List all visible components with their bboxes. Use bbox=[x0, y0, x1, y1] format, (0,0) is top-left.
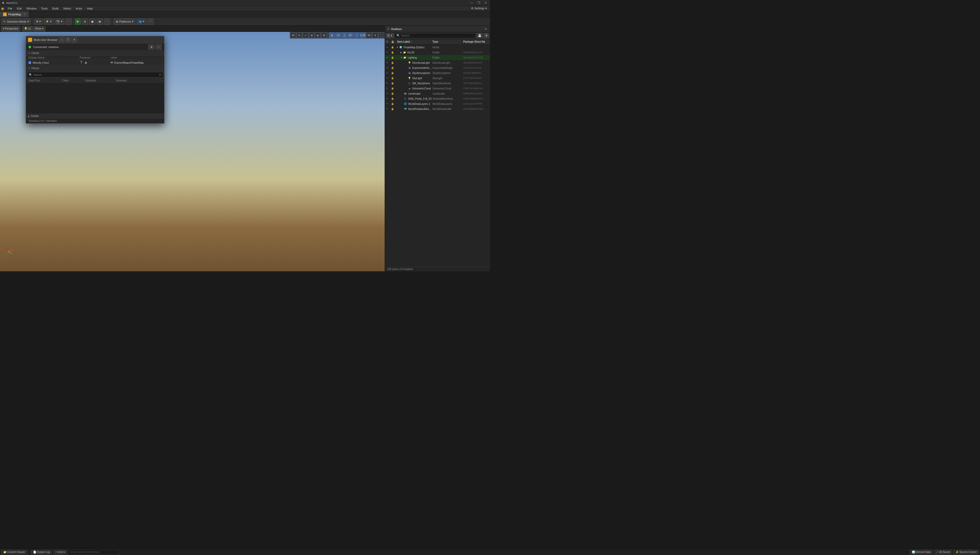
perspective-btn[interactable]: ▾ Perspective bbox=[1, 26, 20, 31]
outliner-search[interactable]: 🔍 bbox=[395, 33, 476, 38]
history-section-header[interactable]: ▼ History bbox=[26, 66, 164, 71]
lock-toggle[interactable]: 🔒 bbox=[391, 77, 396, 79]
col-type-header[interactable]: Type bbox=[433, 40, 463, 43]
outliner-settings-btn[interactable]: ⚙ bbox=[484, 33, 489, 38]
multi-icon-btn[interactable]: ⊞ bbox=[309, 32, 314, 38]
angle-value-btn[interactable]: 10° bbox=[348, 32, 353, 38]
history-search-input[interactable] bbox=[34, 74, 158, 76]
lock-toggle[interactable]: 🔒 bbox=[391, 61, 396, 64]
outliner-filter-btn[interactable]: ☰ ▾ bbox=[386, 33, 394, 38]
visibility-toggle[interactable]: 👁 bbox=[386, 56, 391, 59]
menu-file[interactable]: File bbox=[6, 6, 14, 11]
close-btn[interactable]: ✕ bbox=[483, 1, 488, 5]
show-btn[interactable]: Show ▾ bbox=[33, 26, 45, 31]
lock-toggle[interactable]: 🔒 bbox=[391, 67, 396, 69]
scale-value-btn[interactable]: 0.25 bbox=[360, 32, 366, 38]
outliner-close-btn[interactable]: ✕ bbox=[483, 27, 488, 31]
tree-item-landscape[interactable]: 👁 🔒 🏔 Landscape Landscape OZ8DHR1GSOO5 bbox=[385, 91, 490, 96]
visibility-toggle[interactable]: 👁 bbox=[386, 92, 391, 95]
clients-section-header[interactable]: ▼ Clients bbox=[26, 51, 164, 56]
selection-mode-btn[interactable]: ↖ Selection Mode ▾ bbox=[2, 19, 31, 25]
client-row-wendy[interactable]: Wendy (You) 📍 🖥 🗺 /Game/Maps/PirateMap bbox=[26, 60, 164, 66]
camera-speed-value-btn[interactable]: 4 bbox=[372, 32, 378, 38]
menu-help[interactable]: Help bbox=[85, 6, 95, 11]
viewport[interactable]: ▾ Perspective 💡 Lit Show ▾ W ⟳ ⤢ ⊞ ◈ ⚙ ⊞ bbox=[0, 26, 385, 271]
visibility-toggle[interactable]: 👁 bbox=[386, 97, 391, 100]
surface-icon-btn[interactable]: ◈ bbox=[315, 32, 321, 38]
pause-session-btn[interactable]: ⏸ bbox=[148, 45, 154, 50]
details-header[interactable]: ▶ Details bbox=[26, 114, 164, 118]
tree-item-directionallight[interactable]: 👁 🔒 💡 DirectionalLight DirectionalLight … bbox=[385, 60, 490, 65]
lock-toggle[interactable]: 🔒 bbox=[391, 72, 396, 74]
tree-item-worlddatalayers-1[interactable]: 👁 🔒 🌐 WorldDataLayers-1 WorldDataLayers … bbox=[385, 101, 490, 106]
tree-item-worldpartitionminimap[interactable]: 👁 🔒 🗺 WorldPartitionMiniMap WorldPartiti… bbox=[385, 106, 490, 112]
lock-toggle[interactable]: 🔒 bbox=[391, 46, 396, 48]
dialog-minimize-btn[interactable]: — bbox=[59, 37, 64, 42]
debug-btn[interactable]: ⋯ bbox=[104, 19, 110, 25]
tree-item-skyatmosphere[interactable]: 👁 🔒 🌤 SkyAtmosphere SkyAtmosphere SJU067… bbox=[385, 71, 490, 75]
outliner-save-btn[interactable]: 💾 bbox=[476, 33, 483, 38]
tree-item-skm_pirate_full_02[interactable]: 👁 🔒 ⬡ SKM_Pirate_Full_02 SkeletalMeshAct… bbox=[385, 96, 490, 101]
stop-btn[interactable]: ⏹ bbox=[89, 19, 96, 25]
play-btn[interactable]: ▶ bbox=[75, 19, 81, 25]
visibility-toggle[interactable]: 👁 bbox=[386, 72, 391, 74]
menu-build[interactable]: Build bbox=[50, 6, 61, 11]
maximize-btn[interactable]: ⛶ bbox=[379, 32, 384, 38]
multi-user-dialog[interactable]: Multi-User Browser — ❐ ✕ Connected: meet… bbox=[26, 36, 164, 124]
dialog-maximize-btn[interactable]: ❐ bbox=[66, 37, 71, 42]
lock-toggle[interactable]: 🔒 bbox=[391, 56, 396, 59]
disconnect-btn[interactable]: → bbox=[156, 45, 162, 50]
angle-snap-btn[interactable]: ∠ bbox=[342, 32, 347, 38]
history-settings-icon[interactable]: ⚙ bbox=[159, 73, 161, 77]
tree-item-sm_skysphere[interactable]: 👁 🔒 ⬡ SM_SkySphere StaticMeshActor 3XY47… bbox=[385, 81, 490, 86]
menu-tools[interactable]: Tools bbox=[39, 6, 50, 11]
lit-btn[interactable]: 💡 Lit bbox=[22, 26, 33, 31]
tree-expand-arrow[interactable]: ▶ bbox=[400, 51, 402, 54]
history-search-box[interactable]: 🔍 ⚙ bbox=[27, 72, 163, 78]
tree-item-volumetriccloud[interactable]: 👁 🔒 ☁ VolumetricCloud VolumetricCloud PO… bbox=[385, 86, 490, 91]
tree-item-exponentialheightfog[interactable]: 👁 🔒 🌤 ExponentialHeightFog ExponentialHe… bbox=[385, 65, 490, 71]
visibility-toggle[interactable]: 👁 bbox=[386, 87, 391, 90]
rotate-icon-btn[interactable]: ⟳ bbox=[297, 32, 302, 38]
connected-actions[interactable]: ⏸ → bbox=[148, 45, 162, 50]
scale-icon-btn[interactable]: ⤢ bbox=[303, 32, 308, 38]
scale-snap-btn[interactable]: ⤢ bbox=[354, 32, 359, 38]
dialog-close-btn[interactable]: ✕ bbox=[72, 37, 77, 42]
platforms-btn[interactable]: 🖥 Platforms ▾ bbox=[114, 19, 135, 25]
tab-piratemap[interactable]: PirateMap ✕ bbox=[0, 11, 29, 17]
menu-edit[interactable]: Edit bbox=[15, 6, 24, 11]
pause-btn[interactable]: ⏸ bbox=[82, 19, 88, 25]
eject-btn[interactable]: ⏏ bbox=[96, 19, 103, 25]
lock-toggle[interactable]: 🔒 bbox=[391, 51, 396, 54]
visibility-toggle[interactable]: 👁 bbox=[386, 61, 391, 64]
visibility-toggle[interactable]: 👁 bbox=[386, 51, 391, 54]
lock-toggle[interactable]: 🔒 bbox=[391, 107, 396, 110]
camera-btn[interactable]: 📷 ▾ bbox=[55, 19, 64, 25]
lock-toggle[interactable]: 🔒 bbox=[391, 87, 396, 90]
visibility-toggle[interactable]: 👁 bbox=[386, 77, 391, 79]
menu-select[interactable]: Select bbox=[61, 6, 73, 11]
grid-value-btn[interactable]: 10 bbox=[335, 32, 341, 38]
visibility-toggle[interactable]: 👁 bbox=[386, 103, 391, 105]
outliner-search-input[interactable] bbox=[401, 34, 474, 37]
tab-close-icon[interactable]: ✕ bbox=[24, 13, 26, 16]
translate-icon-btn[interactable]: W bbox=[290, 32, 296, 38]
tree-expand-arrow[interactable]: ▼ bbox=[396, 46, 399, 48]
grid-snap-btn[interactable]: ⊞ bbox=[329, 32, 335, 38]
visibility-toggle[interactable]: 👁 bbox=[386, 82, 391, 85]
maximize-btn[interactable]: ❐ bbox=[476, 1, 481, 5]
extra-btn[interactable]: ⋯ bbox=[147, 19, 154, 25]
settings-icon-btn[interactable]: ⚙ bbox=[321, 32, 327, 38]
minimize-btn[interactable]: — bbox=[469, 1, 474, 5]
snap-btn[interactable]: ⚡ ▾ bbox=[44, 19, 53, 25]
visibility-toggle[interactable]: 👁 bbox=[386, 46, 391, 48]
col-item-label-header[interactable]: Item Label ↑ bbox=[396, 40, 433, 43]
visibility-toggle[interactable]: 👁 bbox=[386, 67, 391, 69]
settings-btn[interactable]: ⚙ Settings ▾ bbox=[469, 6, 489, 11]
lock-toggle[interactable]: 🔒 bbox=[391, 92, 396, 95]
tree-expand-arrow[interactable]: ▼ bbox=[400, 56, 403, 59]
col-pkg-header[interactable]: Package Short Na bbox=[463, 40, 489, 43]
collab-btn[interactable]: 👥 ▾ bbox=[136, 19, 146, 25]
dialog-controls[interactable]: — ❐ ✕ bbox=[59, 37, 77, 42]
tree-item-lighting[interactable]: 👁 🔒 ▼ 📁 Lighting Folder QKW4QJIRY7OXE bbox=[385, 55, 490, 60]
